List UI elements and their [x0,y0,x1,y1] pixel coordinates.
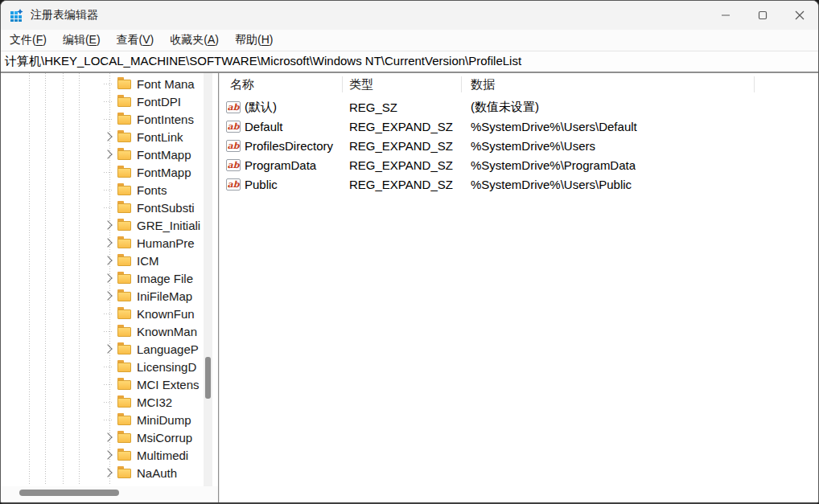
tree-vertical-scrollbar[interactable] [204,73,212,486]
folder-icon [117,327,131,337]
tree-connector-dots [104,101,113,102]
value-type: REG_EXPAND_SZ [343,178,462,191]
tree-item-label: MCI32 [137,395,172,409]
chevron-right-icon[interactable] [103,150,112,158]
tree-horizontal-scrollbar-thumb[interactable] [19,490,119,496]
tree-item[interactable]: MCI Extens [1,375,204,393]
tree-item[interactable]: FontIntens [1,110,204,128]
value-row[interactable]: ab Public REG_EXPAND_SZ %SystemDrive%\Us… [220,174,818,194]
registry-editor-window: 注册表编辑器 文件(F)编辑(E)查看(V)收藏夹(A)帮助(H) 计算机\HK… [0,0,819,504]
tree-item[interactable]: ICM [1,252,204,269]
value-row[interactable]: ab ProgramData REG_EXPAND_SZ %SystemDriv… [220,155,818,174]
tree-item[interactable]: KnownMan [1,322,204,340]
tree-item[interactable]: KnownFun [1,305,204,322]
tree-item-label: MiniDump [137,413,191,427]
minimize-button[interactable] [707,1,744,30]
tree-item-label: LanguageP [137,342,199,356]
column-header-data[interactable]: 数据 [462,73,755,96]
chevron-right-icon[interactable] [103,273,112,282]
tree-item[interactable]: NaAuth [1,464,204,481]
folder-icon [117,80,131,89]
folder-icon [117,292,131,301]
chevron-right-icon[interactable] [103,256,112,264]
tree-item[interactable]: MCI32 [1,393,204,411]
folder-icon [117,363,131,372]
value-row[interactable]: ab Default REG_EXPAND_SZ %SystemDrive%\U… [220,117,818,136]
tree-item[interactable]: LicensingD [1,358,204,375]
tree-item[interactable]: MiniDump [1,411,204,428]
chevron-right-icon[interactable] [103,468,112,477]
tree-item-label: FontDPI [137,95,181,109]
tree-item[interactable] [1,484,204,485]
value-data: %SystemDrive%\Users\Default [462,120,637,133]
tree-item[interactable]: Font Mana [1,75,204,92]
menu-item-help[interactable]: 帮助(H) [227,31,281,50]
folder-icon [117,256,131,266]
chevron-right-icon[interactable] [103,450,112,459]
value-row[interactable]: ab ProfilesDirectory REG_EXPAND_SZ %Syst… [220,136,818,155]
tree-item[interactable]: MsiCorrup [1,428,204,446]
tree-item-label: ICM [137,254,159,268]
chevron-right-icon[interactable] [103,220,112,229]
menu-item-file[interactable]: 文件(F) [2,31,55,50]
tree-item[interactable]: FontSubsti [1,199,204,216]
value-row[interactable]: ab (默认) REG_SZ (数值未设置) [220,97,818,117]
maximize-icon [758,10,768,20]
tree-item-label: Multimedi [137,449,188,462]
tree-item[interactable]: FontMapp [1,145,204,163]
column-header-type[interactable]: 类型 [343,73,462,96]
folder-icon [117,150,131,160]
tree-item[interactable]: FontMapp [1,163,204,181]
column-header-name[interactable]: 名称 [220,73,343,96]
folder-icon [117,345,131,354]
tree-item[interactable]: GRE_Initiali [1,216,204,234]
chevron-right-icon[interactable] [103,344,112,353]
value-name: ProfilesDirectory [245,139,333,153]
menu-item-view[interactable]: 查看(V) [109,31,163,50]
tree-connector-dots [104,331,113,332]
tree-item[interactable]: FontDPI [1,92,204,110]
folder-icon [117,398,131,408]
tree-item-label: FontSubsti [137,201,195,215]
tree-item[interactable]: Multimedi [1,446,204,464]
tree-connector-dots [104,402,113,403]
maximize-button[interactable] [744,1,781,30]
window-title: 注册表编辑器 [31,8,98,23]
tree-item-label: MCI Extens [137,378,200,391]
chevron-right-icon[interactable] [103,132,112,141]
tree-item[interactable]: LanguageP [1,340,204,358]
menu-item-edit[interactable]: 编辑(E) [55,31,109,50]
chevron-right-icon[interactable] [103,291,112,300]
close-button[interactable] [781,1,818,30]
column-header-extra [755,73,818,96]
tree-item[interactable]: IniFileMap [1,287,204,305]
menu-item-favorites[interactable]: 收藏夹(A) [162,31,227,50]
tree-item[interactable]: FontLink [1,128,204,145]
tree-vertical-scrollbar-thumb[interactable] [205,357,211,399]
tree-item-label: KnownMan [137,325,197,338]
value-list-pane: 名称 类型 数据 ab (默认) REG_SZ (数值未设置) ab Defau… [220,73,818,504]
registry-path: 计算机\HKEY_LOCAL_MACHINE\SOFTWARE\Microsof… [5,54,521,69]
title-bar: 注册表编辑器 [1,1,818,30]
chevron-right-icon[interactable] [103,238,112,247]
address-bar[interactable]: 计算机\HKEY_LOCAL_MACHINE\SOFTWARE\Microsof… [1,51,818,72]
chevron-right-icon[interactable] [103,432,112,441]
value-data: (数值未设置) [462,100,539,115]
folder-icon [117,433,131,443]
tree-item[interactable]: Fonts [1,181,204,199]
folder-icon [117,115,131,125]
tree-item[interactable]: HumanPre [1,234,204,252]
registry-app-icon [10,9,23,23]
tree-item-label: FontMapp [137,166,191,179]
folder-icon [117,451,131,461]
tree-item[interactable]: Image File [1,269,204,287]
value-rows: ab (默认) REG_SZ (数值未设置) ab Default REG_EX… [220,97,818,194]
value-data: %SystemDrive%\ProgramData [462,158,636,172]
tree-horizontal-scrollbar[interactable] [1,486,218,500]
tree-item-label: FontIntens [137,113,194,126]
string-value-icon: ab [226,178,241,191]
tree-item-label: IniFileMap [137,289,192,303]
folder-icon [117,221,131,231]
tree-connector-dots [104,207,113,208]
value-name: Public [245,178,278,191]
